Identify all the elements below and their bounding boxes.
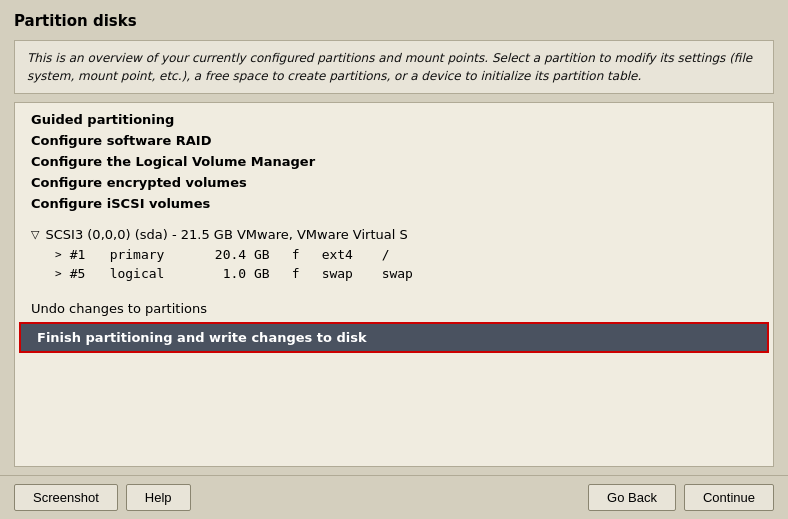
description-box: This is an overview of your currently co… [14, 40, 774, 94]
partition-arrow-1: > [55, 248, 62, 261]
menu-item-lvm[interactable]: Configure the Logical Volume Manager [15, 151, 773, 172]
divider [15, 214, 773, 224]
partition-arrow-2: > [55, 267, 62, 280]
footer-right: Go Back Continue [588, 484, 774, 511]
undo-row[interactable]: Undo changes to partitions [15, 297, 773, 320]
partition-row-2[interactable]: > #5 logical 1.0 GB f swap swap [15, 264, 773, 283]
screenshot-button[interactable]: Screenshot [14, 484, 118, 511]
partition-num-1: #1 [70, 247, 110, 262]
partition-size-1: 20.4 GB [190, 247, 270, 262]
footer-left: Screenshot Help [14, 484, 191, 511]
go-back-button[interactable]: Go Back [588, 484, 676, 511]
divider-2 [15, 283, 773, 293]
footer: Screenshot Help Go Back Continue [0, 475, 788, 519]
main-container: Partition disks This is an overview of y… [0, 0, 788, 475]
partition-mount-1: / [382, 247, 442, 262]
partition-row-1[interactable]: > #1 primary 20.4 GB f ext4 / [15, 245, 773, 264]
finish-row[interactable]: Finish partitioning and write changes to… [19, 322, 769, 353]
disk-label: SCSI3 (0,0,0) (sda) - 21.5 GB VMware, VM… [45, 227, 407, 242]
partition-mount-2: swap [382, 266, 442, 281]
partition-flag-2: f [286, 266, 306, 281]
continue-button[interactable]: Continue [684, 484, 774, 511]
partition-size-2: 1.0 GB [190, 266, 270, 281]
partition-type-1: primary [110, 247, 190, 262]
partition-flag-1: f [286, 247, 306, 262]
menu-item-iscsi[interactable]: Configure iSCSI volumes [15, 193, 773, 214]
disk-arrow: ▽ [31, 228, 39, 241]
partition-fs-2: swap [322, 266, 382, 281]
menu-item-raid[interactable]: Configure software RAID [15, 130, 773, 151]
partition-num-2: #5 [70, 266, 110, 281]
page-title: Partition disks [14, 12, 774, 30]
menu-item-guided[interactable]: Guided partitioning [15, 109, 773, 130]
disk-header[interactable]: ▽ SCSI3 (0,0,0) (sda) - 21.5 GB VMware, … [15, 224, 773, 245]
help-button[interactable]: Help [126, 484, 191, 511]
partition-type-2: logical [110, 266, 190, 281]
menu-item-encrypted[interactable]: Configure encrypted volumes [15, 172, 773, 193]
partition-fs-1: ext4 [322, 247, 382, 262]
partition-list: Guided partitioning Configure software R… [14, 102, 774, 467]
